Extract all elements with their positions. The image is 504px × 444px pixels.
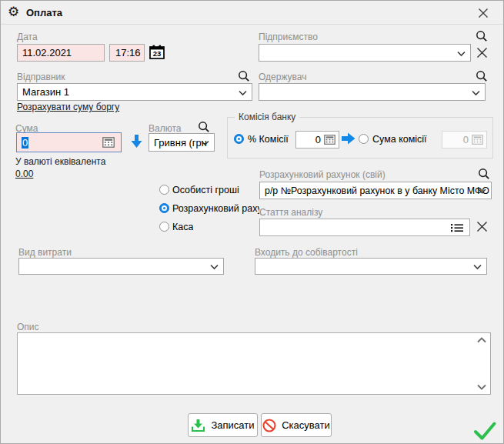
cancel-button[interactable]: Скасувати xyxy=(261,413,332,437)
save-button-label: Записати xyxy=(211,419,254,431)
source-personal-radio[interactable] xyxy=(159,185,169,195)
expense-type-label: Вид витрати xyxy=(18,247,72,258)
source-cash-radio[interactable] xyxy=(159,222,169,232)
save-icon xyxy=(191,419,205,432)
commission-sum-label[interactable]: Сума комісії xyxy=(372,134,427,145)
commission-sum-radio[interactable] xyxy=(359,134,369,144)
title-bar: ⚙ Оплата xyxy=(1,1,503,25)
time-input[interactable]: 17:16 xyxy=(109,44,145,62)
sender-search-icon[interactable] xyxy=(238,70,250,82)
chevron-down-icon xyxy=(457,47,466,58)
cancel-icon xyxy=(262,419,276,432)
commission-percent-value: 0 xyxy=(315,134,324,145)
currency-search-icon[interactable] xyxy=(198,121,210,133)
sender-value: Магазин 1 xyxy=(22,86,69,98)
sender-label: Відправник xyxy=(17,72,65,82)
cancel-button-label: Скасувати xyxy=(282,419,330,431)
account-label: Розрахунковий рахунок (свій) xyxy=(259,169,386,180)
currency-value: Гривня (грн xyxy=(154,137,207,149)
enterprise-clear-icon[interactable] xyxy=(476,47,488,58)
commission-sum-value: 0 xyxy=(463,134,472,145)
scroll-down-icon[interactable] xyxy=(477,384,486,390)
amount-value: 0 xyxy=(22,137,28,149)
arrow-right-icon xyxy=(342,132,355,145)
expense-type-combobox[interactable] xyxy=(18,258,224,275)
amount-input[interactable]: 0 xyxy=(16,132,122,152)
calendar-icon[interactable]: 23 xyxy=(149,44,165,61)
close-icon[interactable] xyxy=(476,6,490,20)
commission-percent-label[interactable]: % Комісії xyxy=(248,134,289,145)
calc-debt-link[interactable]: Розрахувати суму боргу xyxy=(17,102,119,112)
enterprise-combobox[interactable] xyxy=(259,44,471,62)
recipient-label: Одержувач xyxy=(259,72,306,82)
sender-combobox[interactable]: Магазин 1 xyxy=(17,83,252,101)
payment-dialog: ⚙ Оплата Дата 11.02.2021 17:16 23 Підпри… xyxy=(0,0,504,444)
recipient-search-icon[interactable] xyxy=(476,70,488,82)
source-account-label[interactable]: Розрахунковий рахун xyxy=(172,203,259,214)
calculator-icon[interactable] xyxy=(102,137,118,148)
calculator-icon[interactable] xyxy=(324,135,335,145)
arrow-down-icon[interactable] xyxy=(131,135,142,148)
commission-sum-input: 0 xyxy=(442,131,487,149)
calculator-icon xyxy=(472,135,483,145)
window-title: Оплата xyxy=(26,7,62,18)
date-input[interactable]: 11.02.2021 xyxy=(17,44,105,62)
commission-group: Комісія банку % Комісії 0 Сума комісії 0 xyxy=(227,117,493,159)
scroll-up-icon[interactable] xyxy=(477,337,486,343)
enterprise-label: Підприємство xyxy=(259,32,318,42)
equivalent-caption: У валюті еквівалента xyxy=(15,156,105,167)
date-label: Дата xyxy=(17,32,38,42)
currency-label: Валюта xyxy=(149,123,181,134)
chevron-down-icon xyxy=(478,185,486,196)
list-icon[interactable] xyxy=(451,223,466,232)
chevron-down-icon xyxy=(210,261,219,272)
source-account-radio[interactable] xyxy=(159,203,169,213)
time-value: 17:16 xyxy=(115,47,141,58)
cost-price-label: Входить до собівартості xyxy=(255,247,358,258)
save-button[interactable]: Записати xyxy=(188,413,258,437)
commission-percent-input[interactable]: 0 xyxy=(295,131,339,149)
chevron-down-icon xyxy=(472,86,480,98)
analysis-input[interactable] xyxy=(259,219,470,236)
analysis-clear-icon[interactable] xyxy=(476,221,488,232)
recipient-combobox[interactable] xyxy=(259,83,486,101)
chevron-down-icon xyxy=(239,86,247,98)
gear-icon: ⚙ xyxy=(8,4,19,21)
currency-combobox[interactable]: Гривня (грн xyxy=(149,133,215,152)
enterprise-search-icon[interactable] xyxy=(476,30,488,42)
account-search-icon[interactable] xyxy=(478,168,490,180)
account-combobox[interactable]: р/р №Розрахунковий рахунок в у банку Міс… xyxy=(259,182,492,199)
description-label: Опис xyxy=(17,322,39,332)
source-cash-label[interactable]: Каса xyxy=(172,222,193,232)
account-value: р/р №Розрахунковий рахунок в у банку Міс… xyxy=(265,185,492,196)
commission-group-label: Комісія банку xyxy=(235,112,299,122)
chevron-down-icon xyxy=(473,261,482,272)
analysis-label: Стаття аналізу xyxy=(259,207,322,218)
description-box xyxy=(17,332,491,395)
equivalent-value-link[interactable]: 0.00 xyxy=(15,169,33,179)
svg-text:23: 23 xyxy=(153,49,162,58)
chevron-down-icon xyxy=(201,137,209,149)
source-personal-label[interactable]: Особисті гроші xyxy=(172,185,239,195)
cost-price-combobox[interactable] xyxy=(255,258,487,275)
commission-percent-radio[interactable] xyxy=(234,134,244,144)
confirm-check-icon[interactable] xyxy=(472,420,497,442)
date-value: 11.02.2021 xyxy=(22,47,72,58)
description-textarea[interactable] xyxy=(18,333,490,394)
